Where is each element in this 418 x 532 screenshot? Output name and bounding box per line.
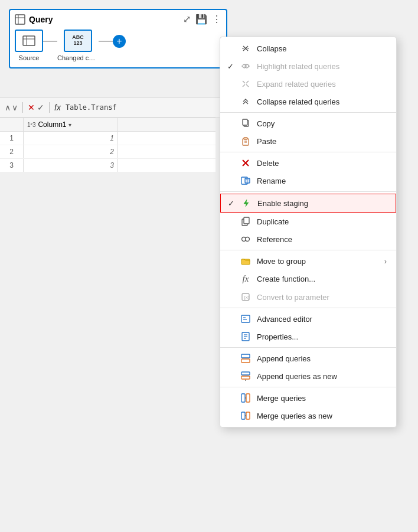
step-source-label: Source: [19, 54, 40, 61]
grid-row-3: 3 3: [0, 159, 215, 172]
svg-rect-0: [15, 15, 25, 24]
append-icon: [239, 354, 252, 363]
grid-cell-3-1: 3: [24, 159, 118, 172]
formula-content: Table.Transf: [66, 103, 117, 112]
menu-label-delete: Delete: [257, 159, 387, 168]
menu-item-convert-to-param[interactable]: {x}Convert to parameter: [220, 288, 396, 306]
advanced-icon: [239, 314, 252, 324]
grid-row-2: 2 2: [0, 145, 215, 159]
menu-item-advanced-editor[interactable]: Advanced editor: [220, 310, 396, 328]
expand-icon[interactable]: ⤢: [183, 14, 191, 25]
step-changed-col[interactable]: ABC123 Changed column...: [57, 30, 99, 61]
grid-cell-2-1: 2: [24, 145, 118, 158]
formula-check-icon[interactable]: ✓: [37, 103, 44, 112]
col-dropdown-icon[interactable]: ▾: [68, 122, 71, 128]
svg-rect-3: [23, 36, 35, 45]
menu-check-highlight-related: ✓: [227, 62, 238, 71]
formula-sep-2: [49, 102, 50, 113]
grid-header-row: 1²3 Column1 ▾: [0, 118, 215, 132]
svg-rect-44: [241, 412, 245, 419]
grid-row-1: 1 1: [0, 132, 215, 145]
divider-after-append-queries-new: [220, 387, 396, 387]
svg-rect-23: [244, 217, 249, 224]
menu-item-expand-related[interactable]: Expand related queries: [220, 75, 396, 93]
rename-icon: T: [239, 176, 252, 185]
menu-item-highlight-related[interactable]: ✓Highlight related queries: [220, 57, 396, 75]
formula-nav: ∧ ∨: [5, 103, 18, 112]
menu-item-copy[interactable]: Copy: [220, 115, 396, 132]
grid-row-num-3: 3: [0, 159, 24, 172]
svg-rect-11: [243, 119, 247, 125]
merge-new-icon: [239, 411, 252, 420]
svg-rect-13: [244, 138, 247, 139]
menu-label-highlight-related: Highlight related queries: [257, 62, 387, 71]
query-panel: Query ⤢ 💾 ⋮ Source ABC123 Chang: [9, 9, 227, 68]
col-name-label: Column1: [38, 120, 66, 129]
delete-icon: [239, 158, 252, 168]
menu-label-reference: Reference: [257, 235, 387, 244]
divider-after-rename: [220, 191, 396, 192]
convert-icon: {x}: [239, 292, 252, 302]
steps-row: Source ABC123 Changed column... +: [15, 30, 221, 61]
menu-label-append-queries: Append queries: [257, 354, 387, 363]
menu-check-enable-staging: ✓: [228, 199, 239, 208]
nav-down-icon[interactable]: ∨: [12, 103, 18, 112]
formula-sep-1: [22, 102, 23, 113]
menu-label-create-function: Create function...: [257, 275, 387, 283]
divider-after-reference: [220, 250, 396, 250]
menu-item-reference[interactable]: Reference: [220, 230, 396, 248]
grid-row-num-1: 1: [0, 132, 24, 145]
step-source-box: [15, 30, 43, 52]
menu-label-copy: Copy: [257, 119, 387, 128]
menu-item-create-function[interactable]: fxCreate function...: [220, 270, 396, 288]
query-title: Query: [15, 14, 53, 25]
copy-icon: [239, 119, 252, 128]
menu-label-merge-queries-new: Merge queries as new: [257, 412, 387, 420]
query-header: Query ⤢ 💾 ⋮: [15, 14, 221, 25]
menu-item-collapse-related[interactable]: Collapse related queries: [220, 93, 396, 110]
divider-after-properties: [220, 347, 396, 348]
col-type-icon: 1²3: [27, 122, 35, 128]
menu-item-delete[interactable]: Delete: [220, 154, 396, 172]
data-grid: 1²3 Column1 ▾ 1 1 2 2 3 3: [0, 118, 215, 172]
menu-label-duplicate: Duplicate: [257, 217, 387, 226]
formula-x-icon[interactable]: ✕: [28, 103, 35, 112]
add-step-button[interactable]: +: [113, 35, 126, 48]
step-connector-2: [99, 41, 113, 42]
menu-item-paste[interactable]: Paste: [220, 132, 396, 150]
menu-item-move-to-group[interactable]: Move to group›: [220, 252, 396, 270]
svg-rect-38: [241, 372, 250, 375]
menu-label-convert-to-param: Convert to parameter: [257, 293, 387, 302]
menu-item-properties[interactable]: Properties...: [220, 328, 396, 345]
step-connector-1: [43, 41, 57, 42]
divider-after-collapse-related: [220, 112, 396, 113]
menu-item-rename[interactable]: TRename: [220, 172, 396, 190]
menu-label-append-queries-new: Append queries as new: [257, 372, 387, 381]
menu-item-merge-queries-new[interactable]: Merge queries as new: [220, 407, 396, 425]
grid-col-header-col1[interactable]: 1²3 Column1 ▾: [24, 118, 118, 131]
menu-item-collapse[interactable]: Collapse: [220, 40, 396, 57]
folder-icon: [239, 256, 252, 266]
table-icon: [15, 14, 25, 25]
step-changed-col-box: ABC123: [64, 30, 92, 52]
formula-bar: ∧ ∨ ✕ ✓ fx Table.Transf: [0, 97, 224, 118]
more-icon[interactable]: ⋮: [212, 14, 221, 25]
query-title-icons: ⤢ 💾 ⋮: [183, 14, 221, 25]
menu-item-enable-staging[interactable]: ✓Enable staging: [220, 194, 396, 213]
save-icon[interactable]: 💾: [195, 14, 207, 25]
svg-point-25: [246, 237, 250, 241]
menu-item-duplicate[interactable]: Duplicate: [220, 213, 396, 230]
collapse-rel-icon: [239, 97, 252, 106]
step-source[interactable]: Source: [15, 30, 43, 61]
grid-row-num-header: [0, 118, 24, 131]
svg-rect-37: [241, 359, 250, 363]
menu-item-merge-queries[interactable]: Merge queries: [220, 389, 396, 407]
append-new-icon: [239, 371, 252, 381]
lightning-icon: [240, 198, 253, 208]
menu-item-append-queries-new[interactable]: Append queries as new: [220, 367, 396, 385]
fx-icon: fx: [239, 274, 252, 284]
menu-label-rename: Rename: [257, 177, 387, 185]
menu-item-append-queries[interactable]: Append queries: [220, 350, 396, 367]
nav-up-icon[interactable]: ∧: [5, 103, 11, 112]
paste-icon: [239, 136, 252, 146]
